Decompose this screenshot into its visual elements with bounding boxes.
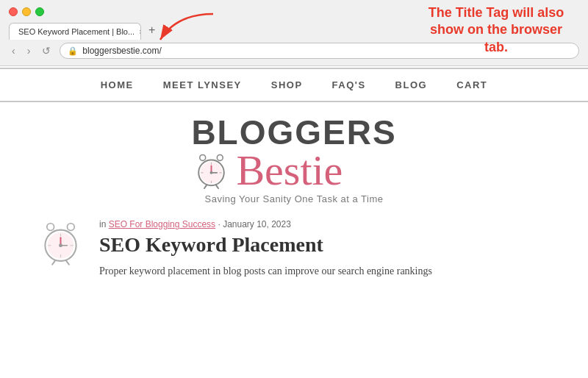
nav-shop[interactable]: SHOP [271, 79, 303, 90]
browser-chrome: SEO Keyword Placement | Blo... × + ‹ › ↺… [0, 0, 588, 66]
address-text: bloggersbestie.com/ [82, 46, 161, 56]
svg-line-13 [216, 185, 218, 188]
post-date: January 10, 2023 [223, 219, 291, 229]
tab-title: SEO Keyword Placement | Blo... [18, 27, 135, 36]
content-area: in SEO For Blogging Success · January 10… [0, 210, 588, 279]
website: HOME MEET LYNSEY SHOP FAQ'S BLOG CART BL… [0, 68, 588, 279]
post-meta: in SEO For Blogging Success · January 10… [99, 219, 551, 229]
post-category-link[interactable]: SEO For Blogging Success [109, 219, 215, 229]
nav-home[interactable]: HOME [101, 79, 134, 90]
logo-bloggers: BLOGGERS [191, 115, 396, 149]
post-title: SEO Keyword Placement [99, 232, 551, 257]
nav-meet-lynsey[interactable]: MEET LYNSEY [163, 79, 242, 90]
tab-close-icon[interactable]: × [139, 28, 141, 36]
svg-point-15 [67, 224, 74, 231]
refresh-button[interactable]: ↺ [39, 43, 54, 58]
svg-point-24 [59, 243, 62, 247]
tabs-bar: SEO Keyword Placement | Blo... × + [0, 21, 588, 40]
forward-button[interactable]: › [24, 43, 34, 58]
logo-area: BLOGGERS [0, 102, 588, 210]
svg-point-11 [210, 171, 213, 174]
browser-tab[interactable]: SEO Keyword Placement | Blo... × [9, 23, 141, 40]
top-nav: HOME MEET LYNSEY SHOP FAQ'S BLOG CART [0, 68, 588, 102]
nav-cart[interactable]: CART [456, 79, 487, 90]
aside-clock-icon [37, 219, 85, 267]
traffic-lights [0, 0, 588, 21]
close-button[interactable] [9, 7, 18, 16]
svg-point-1 [200, 154, 206, 160]
minimize-button[interactable] [22, 7, 31, 16]
address-bar-row: ‹ › ↺ 🔒 bloggersbestie.com/ [0, 40, 588, 63]
logo-tagline: Saving Your Sanity One Task at a Time [204, 193, 383, 204]
svg-line-26 [66, 260, 69, 265]
svg-line-12 [204, 185, 207, 188]
post-aside [37, 219, 85, 279]
post-excerpt: Proper keyword placement in blog posts c… [99, 263, 551, 279]
post-main: in SEO For Blogging Success · January 10… [99, 219, 551, 279]
back-button[interactable]: ‹ [9, 43, 18, 58]
new-tab-button[interactable]: + [143, 21, 161, 40]
maximize-button[interactable] [35, 7, 44, 16]
logo-bestie: Bestie [236, 149, 343, 192]
address-bar[interactable]: 🔒 bloggersbestie.com/ [60, 43, 579, 59]
svg-line-25 [52, 260, 55, 265]
post-meta-prefix: in [99, 219, 106, 229]
nav-faqs[interactable]: FAQ'S [332, 79, 366, 90]
post-meta-separator: · [218, 219, 220, 229]
lock-icon: 🔒 [68, 46, 78, 56]
svg-point-2 [218, 154, 223, 160]
nav-blog[interactable]: BLOG [395, 79, 428, 90]
clock-icon [191, 151, 232, 191]
svg-point-14 [47, 224, 54, 231]
